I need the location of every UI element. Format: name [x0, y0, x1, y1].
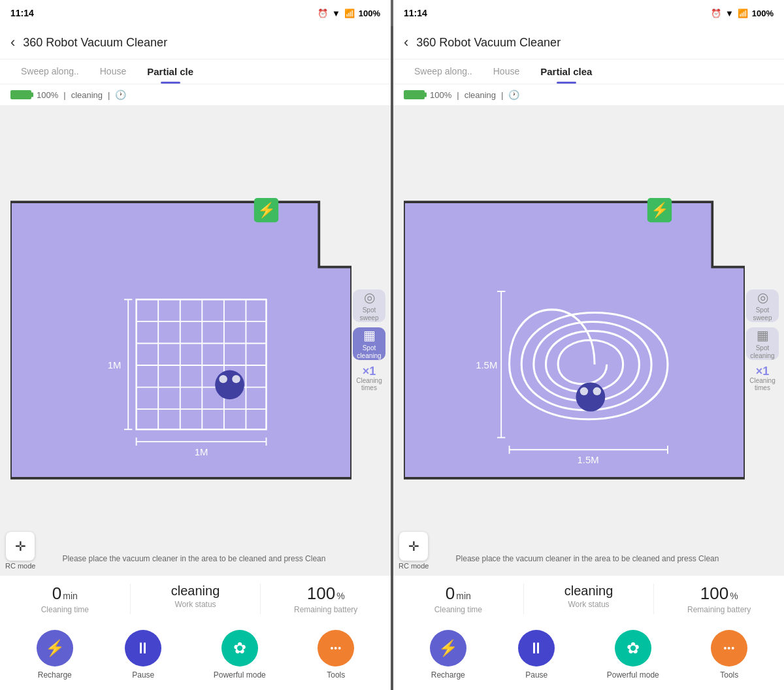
right-spot-cleaning-btn[interactable]: ▦ Spotcleaning — [746, 327, 779, 360]
time-left: 11:14 — [10, 8, 34, 18]
left-spot-sweep-label: Spotsweep — [360, 306, 379, 322]
left-tools-btn[interactable]: ••• Tools — [318, 630, 354, 680]
right-powerful-btn[interactable]: ✿ Powerful mode — [607, 630, 659, 680]
right-rc-label: RC mode — [399, 562, 429, 570]
right-pause-label: Pause — [525, 670, 547, 680]
left-powerful-btn[interactable]: ✿ Powerful mode — [214, 630, 266, 680]
right-tools-icon: ••• — [723, 643, 735, 653]
right-stat-time-label: Cleaning time — [434, 605, 482, 614]
right-battery-row: 100% | cleaning | 🕐 — [393, 84, 784, 105]
svg-text:1.5M: 1.5M — [476, 360, 497, 370]
left-times-value: ×1 — [356, 365, 382, 377]
left-stat-battery: 100 % Remaining battery — [261, 583, 391, 614]
left-side-controls: ◎ Spotsweep ▦ Spotcleaning ×1 Cleaningti… — [353, 289, 385, 391]
left-tools-icon: ••• — [330, 643, 342, 653]
left-tab-house[interactable]: House — [90, 59, 137, 84]
left-stat-time-value: 0 min — [52, 583, 78, 604]
right-stat-time: 0 min Cleaning time — [393, 583, 524, 614]
left-spot-cleaning-label: Spotcleaning — [357, 344, 381, 360]
right-stat-status-value: cleaning — [564, 583, 613, 599]
svg-point-38 — [576, 382, 605, 412]
right-instruction: Please place the vacuum cleaner in the a… — [435, 553, 740, 565]
right-powerful-icon: ✿ — [627, 639, 640, 657]
svg-point-23 — [215, 370, 244, 399]
left-sep2: | — [108, 90, 110, 100]
right-stat-battery-label: Remaining battery — [687, 605, 751, 614]
right-rc-mode[interactable]: ✛ RC mode — [399, 532, 429, 570]
right-stat-battery-value: 100 % — [700, 583, 738, 604]
left-battery-row: 100% | cleaning | 🕐 — [0, 84, 391, 105]
left-clock-icon: 🕐 — [115, 90, 126, 100]
right-clock-icon: 🕐 — [508, 90, 519, 100]
left-spot-cleaning-btn[interactable]: ▦ Spotcleaning — [353, 327, 385, 360]
left-battery-pct: 100% — [37, 90, 58, 100]
right-tools-btn[interactable]: ••• Tools — [711, 630, 747, 680]
right-map-container: ⚡ 1.5M 1.5M — [393, 105, 784, 575]
wifi-icon: ▼ — [332, 8, 340, 18]
right-panel: ‹ 360 Robot Vacuum Cleaner Sweep along..… — [393, 26, 784, 690]
left-tab-partial[interactable]: Partial cle — [137, 59, 204, 84]
right-spot-cleaning-label: Spotcleaning — [750, 344, 774, 360]
right-stats-row: 0 min Cleaning time cleaning Work status… — [393, 575, 784, 622]
left-tabs: Sweep along.. House Partial cle — [0, 59, 391, 84]
right-recharge-btn[interactable]: ⚡ Recharge — [430, 630, 466, 680]
right-map-svg: ⚡ 1.5M 1.5M — [404, 110, 745, 570]
status-bar-right: 11:14 ⏰ ▼ 📶 100% — [393, 0, 784, 26]
svg-marker-1 — [10, 202, 351, 478]
right-rc-box[interactable]: ✛ — [399, 532, 428, 561]
left-panel: ‹ 360 Robot Vacuum Cleaner Sweep along..… — [0, 26, 391, 690]
left-times-container: ×1 Cleaningtimes — [356, 365, 382, 391]
left-recharge-icon: ⚡ — [45, 639, 65, 657]
left-back-button[interactable]: ‹ — [10, 34, 15, 51]
left-rc-box[interactable]: ✛ — [6, 532, 35, 561]
right-times-container: ×1 Cleaningtimes — [749, 365, 775, 391]
right-status: cleaning — [465, 90, 496, 100]
left-pause-btn[interactable]: ⏸ Pause — [125, 630, 161, 680]
right-pause-btn[interactable]: ⏸ Pause — [518, 630, 555, 680]
left-spot-sweep-icon: ◎ — [364, 289, 375, 305]
left-tab-sweep[interactable]: Sweep along.. — [10, 59, 90, 84]
right-pause-icon: ⏸ — [529, 639, 544, 657]
right-spot-sweep-label: Spotsweep — [753, 306, 772, 322]
svg-point-25 — [232, 375, 240, 383]
left-stat-battery-label: Remaining battery — [294, 605, 357, 614]
right-cleaning-times-label: Cleaningtimes — [749, 377, 775, 391]
left-tools-label: Tools — [327, 670, 345, 680]
status-icons-left: ⏰ ▼ 📶 100% — [318, 8, 380, 18]
svg-point-40 — [593, 387, 601, 395]
left-action-row: ⚡ Recharge ⏸ Pause ✿ Powerful mode ••• — [0, 622, 391, 690]
right-spot-sweep-btn[interactable]: ◎ Spotsweep — [746, 289, 779, 322]
svg-text:1M: 1M — [108, 360, 122, 370]
svg-marker-27 — [404, 202, 745, 478]
left-title: 360 Robot Vacuum Cleaner — [23, 36, 167, 50]
right-back-button[interactable]: ‹ — [404, 34, 408, 51]
alarm-icon: ⏰ — [318, 8, 328, 18]
svg-point-39 — [580, 387, 588, 395]
right-tab-sweep[interactable]: Sweep along.. — [404, 59, 483, 84]
right-stat-battery: 100 % Remaining battery — [654, 583, 784, 614]
left-rc-mode[interactable]: ✛ RC mode — [5, 532, 35, 570]
right-battery-pct: 100% — [430, 90, 451, 100]
time-right: 11:14 — [404, 8, 427, 18]
left-recharge-btn[interactable]: ⚡ Recharge — [37, 630, 73, 680]
right-powerful-label: Powerful mode — [607, 670, 659, 680]
right-stat-time-value: 0 min — [446, 583, 471, 604]
left-spot-sweep-btn[interactable]: ◎ Spotsweep — [353, 289, 385, 322]
right-tab-partial[interactable]: Partial clea — [530, 59, 602, 84]
right-sep1: | — [457, 90, 459, 100]
svg-point-24 — [219, 375, 227, 383]
right-recharge-icon: ⚡ — [438, 639, 458, 657]
svg-text:1.5M: 1.5M — [578, 455, 599, 465]
left-powerful-icon: ✿ — [233, 639, 246, 657]
right-spot-sweep-icon: ◎ — [757, 289, 768, 305]
right-stat-status-label: Work status — [568, 600, 609, 609]
left-instruction: Please place the vacuum cleaner in the a… — [42, 553, 346, 565]
wifi-icon-r: ▼ — [725, 8, 734, 18]
left-recharge-circle: ⚡ — [37, 630, 73, 666]
panels-container: ‹ 360 Robot Vacuum Cleaner Sweep along..… — [0, 26, 784, 690]
alarm-icon-r: ⏰ — [711, 8, 721, 18]
left-pause-icon: ⏸ — [135, 639, 151, 657]
right-side-controls: ◎ Spotsweep ▦ Spotcleaning ×1 Cleaningti… — [746, 289, 779, 391]
left-tools-circle: ••• — [318, 630, 354, 666]
right-tab-house[interactable]: House — [483, 59, 530, 84]
